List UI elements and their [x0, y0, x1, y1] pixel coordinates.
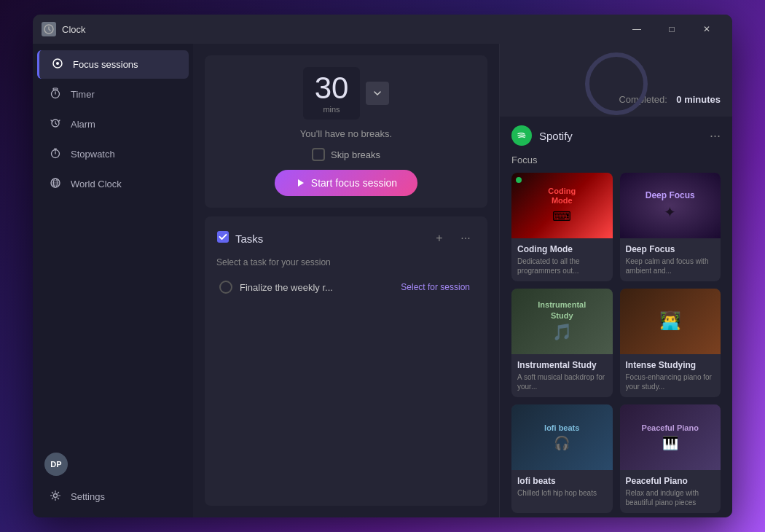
timer-unit: mins	[323, 105, 340, 114]
task-text: Finalize the weekly r...	[240, 282, 391, 293]
app-body: Focus sessions Timer	[33, 44, 732, 517]
playlist-thumb-peaceful: Peaceful Piano 🎹	[620, 404, 721, 470]
playlist-thumb-instrumental: InstrumentalStudy 🎵	[511, 289, 613, 354]
completed-value: 0 minutes	[676, 94, 721, 105]
playlist-desc-deepfocus: Keep calm and focus with ambient and...	[626, 257, 715, 275]
app-icon	[42, 22, 56, 36]
sidebar-label-world-clock: World Clock	[71, 179, 122, 189]
spotify-header: Spotify ···	[511, 125, 721, 146]
maximize-button[interactable]: □	[655, 18, 688, 40]
task-row: Finalize the weekly r... Select for sess…	[216, 275, 476, 300]
spotify-logo-icon	[511, 125, 532, 146]
tasks-card: Tasks + ··· Select a task for your sessi…	[205, 216, 487, 506]
playlist-thumb-coding: Coding Mode ⌨	[511, 173, 613, 238]
playlist-desc-coding: Dedicated to all the programmers out...	[517, 257, 607, 275]
completed-section: Completed: 0 minutes	[500, 44, 732, 117]
select-for-session-button[interactable]: Select for session	[398, 281, 473, 294]
settings-icon	[49, 490, 62, 504]
peaceful-thumb-inner: Peaceful Piano 🎹	[620, 404, 721, 470]
sidebar-item-timer[interactable]: Timer	[37, 80, 189, 109]
playlist-desc-instrumental: A soft musical backdrop for your...	[517, 372, 607, 391]
sidebar-label-timer: Timer	[71, 89, 95, 100]
coding-thumb-inner: Coding Mode ⌨	[511, 173, 613, 238]
playlist-card-instrumental[interactable]: InstrumentalStudy 🎵 Instrumental Study A…	[511, 289, 613, 397]
titlebar: Clock — □ ✕	[33, 15, 732, 44]
focus-panel: 30 mins You'll have no breaks. Skip brea…	[193, 44, 499, 517]
intense-thumb-inner: 👨‍💻	[620, 289, 721, 354]
tasks-header: Tasks + ···	[216, 228, 476, 249]
progress-circle	[580, 47, 653, 120]
world-clock-icon	[49, 177, 62, 191]
svg-point-2	[56, 62, 59, 65]
sidebar: Focus sessions Timer	[33, 44, 193, 517]
sidebar-item-focus-sessions[interactable]: Focus sessions	[37, 50, 189, 79]
playlist-name-coding: Coding Mode	[517, 244, 607, 254]
skip-breaks-checkbox[interactable]	[312, 148, 325, 161]
minimize-button[interactable]: —	[620, 18, 654, 40]
sidebar-label-alarm: Alarm	[71, 119, 95, 130]
svg-rect-3	[53, 88, 58, 90]
playlist-card-deep-focus[interactable]: Deep Focus ✦ Deep Focus Keep calm and fo…	[620, 173, 721, 281]
timer-value-box: 30 mins	[303, 67, 361, 120]
playlist-info-lofi: lofi beats Chilled lofi hip hop beats	[511, 470, 613, 504]
playlist-desc-lofi: Chilled lofi hip hop beats	[517, 488, 607, 498]
add-task-button[interactable]: +	[429, 228, 450, 249]
no-breaks-text: You'll have no breaks.	[300, 128, 392, 139]
sidebar-label-focus-sessions: Focus sessions	[73, 59, 138, 70]
playlist-card-coding-mode[interactable]: Coding Mode ⌨ Coding Mode Dedicated to a…	[511, 173, 613, 281]
user-avatar[interactable]: DP	[44, 453, 68, 476]
playlist-info-coding: Coding Mode Dedicated to all the program…	[511, 238, 613, 281]
spotify-section: Spotify ··· Focus Coding	[500, 117, 732, 517]
instrumental-thumb-inner: InstrumentalStudy 🎵	[511, 289, 613, 354]
start-focus-session-button[interactable]: Start focus session	[275, 170, 417, 196]
timer-display: 30 mins	[303, 67, 390, 120]
playlist-active-dot	[516, 177, 522, 183]
task-radio-button[interactable]	[219, 281, 232, 294]
timer-number: 30	[315, 73, 349, 103]
window-title: Clock	[62, 24, 620, 35]
playlist-grid: Coding Mode ⌨ Coding Mode Dedicated to a…	[511, 173, 721, 513]
tasks-title: Tasks	[235, 232, 423, 245]
svg-rect-9	[217, 231, 229, 243]
skip-breaks-row: Skip breaks	[312, 148, 380, 161]
playlist-desc-peaceful: Relax and indulge with beautiful piano p…	[626, 488, 715, 507]
sidebar-item-world-clock[interactable]: World Clock	[37, 170, 189, 198]
playlist-card-peaceful[interactable]: Peaceful Piano 🎹 Peaceful Piano Relax an…	[620, 404, 721, 513]
playlist-info-deepfocus: Deep Focus Keep calm and focus with ambi…	[620, 238, 721, 281]
timer-chevron-button[interactable]	[366, 82, 389, 105]
spotify-app-name: Spotify	[539, 130, 702, 142]
spotify-section-title: Focus	[511, 154, 721, 165]
tasks-subtitle: Select a task for your session	[216, 257, 476, 267]
playlist-info-intense: Intense Studying Focus-enhancing piano f…	[620, 354, 721, 397]
playlist-name-deepfocus: Deep Focus	[626, 244, 715, 254]
tasks-more-button[interactable]: ···	[455, 228, 476, 249]
sidebar-item-alarm[interactable]: Alarm	[37, 110, 189, 138]
skip-breaks-label: Skip breaks	[331, 149, 380, 160]
sidebar-item-settings[interactable]: Settings	[37, 482, 189, 511]
playlist-info-peaceful: Peaceful Piano Relax and indulge with be…	[620, 470, 721, 513]
close-button[interactable]: ✕	[690, 18, 723, 40]
playlist-name-lofi: lofi beats	[517, 476, 607, 486]
window-controls: — □ ✕	[620, 18, 723, 40]
playlist-info-instrumental: Instrumental Study A soft musical backdr…	[511, 354, 613, 397]
lofi-thumb-inner: lofi beats 🎧	[511, 404, 613, 470]
sidebar-item-stopwatch[interactable]: Stopwatch	[37, 140, 189, 168]
playlist-name-intense: Intense Studying	[626, 360, 715, 370]
start-button-label: Start focus session	[311, 177, 397, 189]
stopwatch-icon	[49, 147, 62, 161]
playlist-card-intense[interactable]: 👨‍💻 Intense Studying Focus-enhancing pia…	[620, 289, 721, 397]
tasks-checkmark-icon	[216, 230, 230, 246]
playlist-thumb-intense: 👨‍💻	[620, 289, 721, 354]
playlist-card-lofi[interactable]: lofi beats 🎧 lofi beats Chilled lofi hip…	[511, 404, 613, 513]
tasks-actions: + ···	[429, 228, 476, 249]
playlist-thumb-deepfocus: Deep Focus ✦	[620, 173, 721, 238]
main-content: 30 mins You'll have no breaks. Skip brea…	[193, 44, 732, 517]
spotify-more-button[interactable]: ···	[710, 128, 721, 144]
sidebar-label-stopwatch: Stopwatch	[71, 149, 115, 160]
playlist-desc-intense: Focus-enhancing piano for your study...	[626, 372, 715, 391]
playlist-name-peaceful: Peaceful Piano	[626, 476, 715, 486]
alarm-icon	[49, 117, 62, 131]
app-window: Clock — □ ✕ Focus sessions	[33, 15, 732, 517]
timer-icon	[49, 87, 62, 101]
deepfocus-thumb-inner: Deep Focus ✦	[620, 173, 721, 238]
